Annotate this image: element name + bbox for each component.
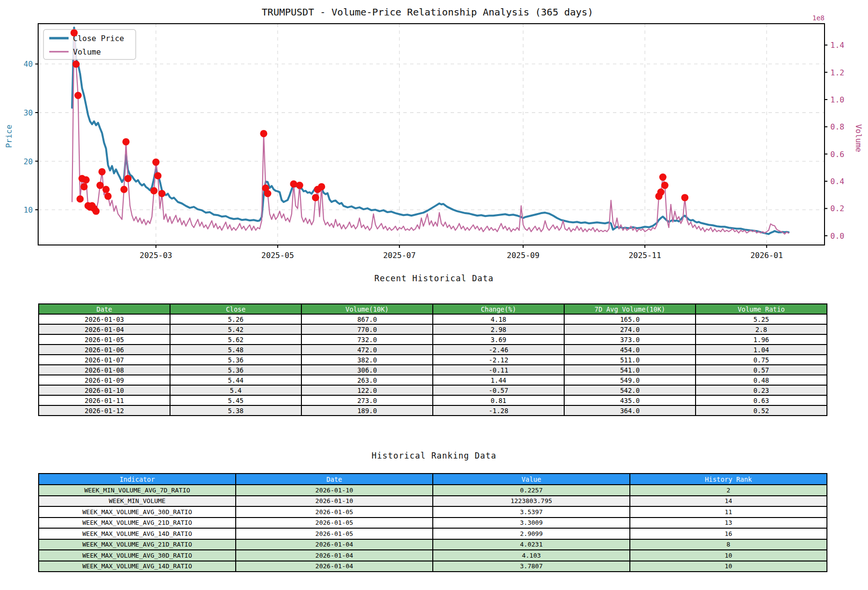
table-cell: 5.25 — [696, 314, 827, 324]
table-cell: 770.0 — [301, 324, 433, 334]
anomaly-marker-dot — [154, 172, 161, 179]
table-cell: 541.0 — [564, 365, 696, 375]
table-cell: 2026-01-04 — [236, 561, 433, 572]
price-tick-label: 30 — [24, 108, 33, 117]
table-cell: 2 — [630, 485, 827, 496]
x-tick-label: 2026-01 — [750, 251, 783, 260]
table-cell: 542.0 — [564, 385, 696, 395]
table-cell: 2026-01-10 — [39, 385, 170, 395]
table-cell: -1.28 — [433, 405, 564, 416]
volume-tick-label: 0.2 — [830, 204, 844, 213]
volume-tick-label: 1.2 — [830, 68, 844, 77]
anomaly-marker-dot — [661, 182, 669, 189]
anomaly-marker-dot — [74, 92, 82, 99]
volume-price-chart: TRUMPUSDT - Volume-Price Relationship An… — [0, 0, 868, 270]
volume-tick-label: 0.6 — [830, 150, 844, 159]
table-cell: 1223803.795 — [433, 496, 630, 507]
table-row: 2026-01-115.45273.00.81435.00.63 — [39, 395, 827, 405]
anomaly-marker-dot — [657, 188, 665, 196]
column-header: Value — [433, 474, 630, 485]
table-row: WEEK_MAX_VOLUME_AVG_14D_RATIO2026-01-043… — [39, 561, 827, 572]
table-row: 2026-01-085.36306.0-0.11541.00.57 — [39, 365, 827, 375]
table-cell: 2026-01-07 — [39, 355, 170, 365]
table-cell: 5.42 — [170, 324, 301, 334]
column-header: Indicator — [39, 474, 236, 485]
anomaly-marker-dot — [97, 182, 104, 189]
table-row: 2026-01-035.26867.04.18165.05.25 — [39, 314, 827, 324]
anomaly-marker-dot — [158, 190, 166, 197]
table-row: WEEK_MAX_VOLUME_AVG_30D_RATIO2026-01-053… — [39, 506, 827, 518]
header-row: DateCloseVolume(10K)Change(%)7D Avg Volu… — [39, 304, 827, 314]
table-row: WEEK_MIN_VOLUME_AVG_7D_RATIO2026-01-100.… — [39, 485, 827, 496]
table-cell: 0.75 — [696, 355, 827, 365]
table-cell: WEEK_MAX_VOLUME_AVG_21D_RATIO — [39, 539, 236, 550]
column-header: 7D Avg Volume(10K) — [564, 304, 696, 314]
table-cell: -0.11 — [433, 365, 564, 375]
table-cell: 8 — [630, 539, 827, 550]
legend-close-price-label: Close Price — [73, 34, 124, 43]
table-cell: 2026-01-04 — [236, 550, 433, 561]
table-cell: 472.0 — [301, 345, 433, 355]
table-cell: 5.48 — [170, 345, 301, 355]
table-cell: -0.57 — [433, 385, 564, 395]
anomaly-marker-dot — [150, 187, 157, 194]
table-cell: 0.52 — [696, 405, 827, 416]
table-cell: 511.0 — [564, 355, 696, 365]
table-cell: 867.0 — [301, 314, 433, 324]
table-cell: 1.96 — [696, 334, 827, 345]
table-cell: 4.0231 — [433, 539, 630, 550]
table-cell: 0.81 — [433, 395, 564, 405]
table-cell: 189.0 — [301, 405, 433, 416]
column-header: Volume(10K) — [301, 304, 433, 314]
table-row: WEEK_MAX_VOLUME_AVG_14D_RATIO2026-01-052… — [39, 528, 827, 539]
x-tick-label: 2025-09 — [507, 251, 539, 260]
table-row: 2026-01-065.48472.0-2.46454.01.04 — [39, 345, 827, 355]
table-cell: WEEK_MAX_VOLUME_AVG_30D_RATIO — [39, 550, 236, 561]
table-cell: 2026-01-11 — [39, 395, 170, 405]
anomaly-marker-dot — [124, 175, 131, 182]
table-cell: 0.57 — [696, 365, 827, 375]
close-price-line — [72, 28, 788, 234]
anomaly-marker-dot — [83, 176, 90, 184]
price-tick-label: 20 — [24, 157, 33, 166]
price-tick-label: 10 — [24, 205, 33, 215]
x-tick-label: 2025-11 — [628, 251, 661, 260]
table-cell: 0.48 — [696, 375, 827, 385]
table-cell: 10 — [630, 550, 827, 561]
table-cell: 2026-01-06 — [39, 345, 170, 355]
legend-volume-label: Volume — [73, 47, 101, 57]
column-header: Date — [236, 474, 433, 485]
table-cell: 5.26 — [170, 314, 301, 324]
table-cell: 549.0 — [564, 375, 696, 385]
volume-axis-label: Volume — [854, 124, 863, 152]
volume-tick-label: 0.4 — [830, 177, 844, 186]
chart-series — [72, 28, 788, 234]
anomaly-marker-dot — [92, 208, 100, 215]
column-header: History Rank — [630, 474, 827, 485]
figure-canvas: TRUMPUSDT - Volume-Price Relationship An… — [0, 0, 868, 590]
table-cell: 5.38 — [170, 405, 301, 416]
table-cell: 2026-01-05 — [236, 528, 433, 539]
volume-tick-label: 0.8 — [830, 122, 844, 131]
table-cell: 0.2257 — [433, 485, 630, 496]
anomaly-marker-dot — [290, 180, 297, 187]
table-cell: 4.103 — [433, 550, 630, 561]
table-cell: 2026-01-10 — [236, 485, 433, 496]
table-cell: 5.62 — [170, 334, 301, 345]
table-row: 2026-01-045.42770.02.98274.02.8 — [39, 324, 827, 334]
table-cell: 2.98 — [433, 324, 564, 334]
table-row: WEEK_MIN_VOLUME2026-01-101223803.79514 — [39, 496, 827, 507]
table-cell: WEEK_MIN_VOLUME — [39, 496, 236, 507]
table-cell: 454.0 — [564, 345, 696, 355]
column-header: Date — [39, 304, 170, 314]
anomaly-marker-dot — [120, 186, 128, 193]
table-cell: WEEK_MIN_VOLUME_AVG_7D_RATIO — [39, 485, 236, 496]
table-cell: 274.0 — [564, 324, 696, 334]
anomaly-marker-dot — [72, 60, 80, 68]
table-row: 2026-01-055.62732.03.69373.01.96 — [39, 334, 827, 345]
table-row: WEEK_MAX_VOLUME_AVG_30D_RATIO2026-01-044… — [39, 550, 827, 561]
volume-tick-label: 0.0 — [830, 231, 844, 241]
table-cell: 5.36 — [170, 355, 301, 365]
chart-grid — [38, 24, 825, 245]
table-cell: 5.45 — [170, 395, 301, 405]
